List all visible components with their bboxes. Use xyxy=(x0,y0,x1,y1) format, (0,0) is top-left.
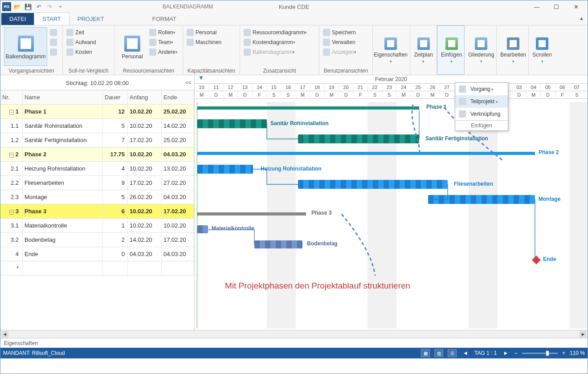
scroll-right-icon[interactable]: ► xyxy=(580,331,587,338)
tab-start[interactable]: START xyxy=(34,12,69,25)
balkendiagramm-button[interactable]: Balkendiagramm xyxy=(4,27,47,66)
undo-icon[interactable]: ↶ xyxy=(34,2,43,11)
gantt-small-icon xyxy=(244,49,251,56)
aufwand-button[interactable]: Aufwand xyxy=(66,39,96,46)
zeit-button[interactable]: Zeit xyxy=(66,29,96,36)
table-row[interactable]: 2.2Fliesenarbeiten917.02.2027.02.20 xyxy=(0,176,194,190)
view-small-icon[interactable] xyxy=(50,29,57,36)
maschinen-button[interactable]: Maschinen xyxy=(187,39,221,46)
redo-icon[interactable]: ↷ xyxy=(45,2,54,11)
open-icon[interactable]: 📂 xyxy=(13,2,22,11)
table-row[interactable]: 3.2Bodenbelag214.02.2017.02.20 xyxy=(0,233,194,247)
scale-label: TAG 1 : 1 xyxy=(474,350,497,356)
bar-heizung-roh[interactable] xyxy=(197,165,253,174)
bar-montage[interactable] xyxy=(428,195,535,204)
task-icon xyxy=(459,85,466,93)
horizontal-scrollbar[interactable]: ◄ ► xyxy=(0,330,588,338)
tab-projekt[interactable]: PROJEKT xyxy=(69,13,112,25)
scroll-left-icon[interactable]: ◄ xyxy=(1,331,8,338)
table-row[interactable]: 4Ende004.03.2004.03.20 xyxy=(0,247,194,261)
tab-datei[interactable]: DATEI xyxy=(1,13,34,25)
status-bar: MANDANT: Rillsoft_Cloud ▦ ▥ ☰ ◄ TAG 1 : … xyxy=(0,348,588,358)
menu-vorgang[interactable]: Vorgang xyxy=(455,83,508,95)
collapse-left-button[interactable]: << xyxy=(185,80,192,86)
bar-materialkontrolle[interactable] xyxy=(197,225,208,233)
group-label: Vorgangsansichten xyxy=(4,68,59,74)
properties-icon xyxy=(384,37,397,50)
bar-bodenbelag[interactable] xyxy=(254,240,302,248)
status-chart-icon[interactable]: ▥ xyxy=(434,349,443,357)
bar-label: Montage xyxy=(539,196,560,202)
table-row[interactable]: 1.2Sanitär Fertiginstallation717.02.2025… xyxy=(0,133,194,147)
view-icon xyxy=(323,49,330,56)
outline-icon xyxy=(475,37,487,50)
title-bar: RS 📂 💾 ↶ ↷ ▾ BALKENDIAGRAMM Kunde CDE — … xyxy=(0,0,588,13)
table-row[interactable]: −2Phase 217.7510.02.2004.03.20 xyxy=(0,147,194,162)
anzeigen-button: Anzeigen xyxy=(323,49,356,56)
save-icon[interactable]: 💾 xyxy=(24,2,33,11)
verwalten-button[interactable]: Verwalten xyxy=(323,39,356,46)
bar-label: Materialkontrolle xyxy=(212,225,254,232)
view-small-icon[interactable] xyxy=(50,39,57,46)
personal-button[interactable]: Personal xyxy=(118,27,147,66)
gliederung-button[interactable]: Gliederung xyxy=(468,27,494,72)
speichern-button[interactable]: Speichern xyxy=(323,29,356,36)
maximize-button[interactable]: ☐ xyxy=(550,4,563,10)
einfuegen-button[interactable]: Einfügen xyxy=(441,28,462,72)
table-row[interactable]: 1.1Sanitär Rohinstallation510.02.2014.02… xyxy=(0,119,194,133)
table-row[interactable]: 2.1Heizung Rohinstallation410.02.2013.02… xyxy=(0,162,194,176)
role-icon xyxy=(149,29,156,36)
minimize-button[interactable]: — xyxy=(531,4,543,10)
edit-icon xyxy=(507,37,519,50)
eigenschaften-button[interactable]: Eigenschaften xyxy=(376,27,405,72)
bar-phase-3[interactable] xyxy=(197,212,306,215)
menu-teilprojekt[interactable]: Teilprojekt xyxy=(455,95,508,108)
ressourcendiagramm-button[interactable]: Ressourcendiagramm xyxy=(244,29,307,36)
mandant-label: MANDANT: Rillsoft_Cloud xyxy=(3,350,65,356)
task-table[interactable]: Nr.NameDauerAnfangEnde −1Phase 11210.02.… xyxy=(0,90,194,330)
bar-label: Fliesenarbeiten xyxy=(454,181,493,187)
gantt-pane[interactable]: ▼ Februar 2020 1011121314151617181920212… xyxy=(195,75,588,330)
table-row[interactable]: 3.1Materialkontrolle110.02.2010.02.20 xyxy=(0,219,194,233)
ribbon-collapse-icon[interactable]: ▲ xyxy=(579,16,584,21)
table-row[interactable]: −1Phase 11210.02.2025.02.20 xyxy=(0,105,194,119)
machine-icon xyxy=(187,39,194,46)
group-label: Benutzeransichten xyxy=(323,68,369,74)
qat-more-icon[interactable]: ▾ xyxy=(56,2,65,11)
kap-personal-button[interactable]: Personal xyxy=(187,29,221,36)
zoom-out-icon[interactable]: – xyxy=(514,350,518,356)
quick-access: RS 📂 💾 ↶ ↷ ▾ xyxy=(2,2,65,11)
menu-footer: Einfügen xyxy=(455,120,508,130)
view-small-icon[interactable] xyxy=(50,49,57,56)
menu-verknuepfung[interactable]: Verknüpfung xyxy=(455,108,508,120)
status-view-icon[interactable]: ▦ xyxy=(421,349,430,357)
table-row[interactable]: 2.3Montage526.02.2004.03.20 xyxy=(0,190,194,204)
gantt-body[interactable]: Phase 1 Sanitär Rohinstallation Sanitär … xyxy=(195,102,588,328)
zeitplan-button[interactable]: Zeitplan xyxy=(414,27,433,72)
properties-panel-header[interactable]: Eigenschaften xyxy=(0,338,588,348)
zoom-in-icon[interactable]: + xyxy=(562,350,565,356)
kostendiagramm-button[interactable]: Kostendiagramm xyxy=(244,39,307,46)
bar-phase-1[interactable] xyxy=(197,106,419,110)
scrollen-button[interactable]: Scrollen xyxy=(532,27,552,72)
close-button[interactable]: ✕ xyxy=(570,4,582,10)
table-row[interactable]: −3Phase 3610.02.2017.02.20 xyxy=(0,204,194,219)
table-row[interactable]: * xyxy=(0,261,194,276)
andere-button[interactable]: Andere xyxy=(149,49,178,56)
rollen-button[interactable]: Rollen xyxy=(149,29,178,36)
team-button[interactable]: Team xyxy=(149,39,178,46)
kosten-button[interactable]: Kosten xyxy=(66,49,96,56)
bar-fliesen[interactable] xyxy=(298,180,448,189)
zoom-slider[interactable] xyxy=(522,353,558,354)
bar-sanitaer-roh[interactable] xyxy=(197,119,267,128)
milestone-ende[interactable] xyxy=(533,257,539,263)
personal-icon xyxy=(124,36,140,52)
status-bars-icon[interactable]: ☰ xyxy=(448,349,457,357)
bar-chart-icon xyxy=(244,29,251,36)
bearbeiten-button[interactable]: Bearbeiten xyxy=(500,27,526,72)
tab-format[interactable]: FORMAT xyxy=(144,13,184,25)
bar-sanitaer-fertig[interactable] xyxy=(298,134,419,143)
bar-phase-2[interactable] xyxy=(197,152,535,155)
stichtag-bar: Stichtag: 10.02.20 08:00 << xyxy=(0,75,194,90)
link-icon xyxy=(459,110,466,118)
